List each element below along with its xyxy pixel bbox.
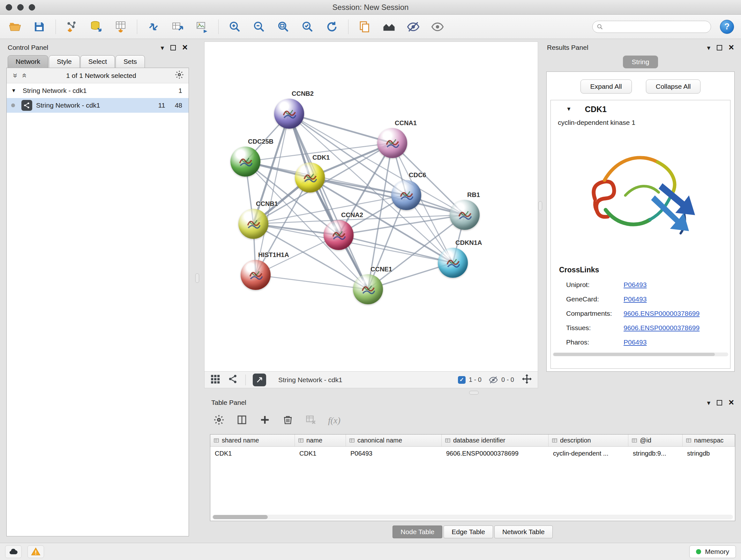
node-CCNE1[interactable] <box>353 274 383 304</box>
show-details-button[interactable] <box>429 18 446 35</box>
save-session-button[interactable] <box>31 18 47 35</box>
tab-edge-table[interactable]: Edge Table <box>444 525 493 538</box>
zoom-fit-button[interactable] <box>275 18 291 35</box>
expand-all-button[interactable]: Expand All <box>581 79 632 94</box>
cloud-icon[interactable] <box>5 545 22 558</box>
node-CDC6[interactable] <box>391 180 421 210</box>
node-label-HIST1H1A: HIST1H1A <box>258 251 289 259</box>
help-button[interactable]: ? <box>720 20 734 34</box>
crosslink-link[interactable]: P06493 <box>623 295 647 303</box>
add-column-icon[interactable] <box>259 414 271 427</box>
tab-network-table[interactable]: Network Table <box>494 525 553 538</box>
node-HIST1H1A[interactable] <box>241 260 271 290</box>
table-row[interactable]: CDK1CDK1P064939606.ENSP00000378699cyclin… <box>210 447 735 460</box>
node-CCNA2[interactable] <box>324 220 354 250</box>
collapse-panel-icon[interactable]: ▾ <box>707 399 711 406</box>
column-header-label: description <box>560 437 591 444</box>
results-scrollbar[interactable] <box>553 353 728 356</box>
collapse-all-button[interactable]: Collapse All <box>646 79 701 94</box>
network-options-gear-icon[interactable] <box>175 70 184 81</box>
vertical-splitter-handle[interactable] <box>538 201 542 211</box>
horizontal-splitter-handle[interactable] <box>469 391 479 395</box>
close-panel-icon[interactable]: × <box>729 44 734 51</box>
column-header-namespac[interactable]: namespac <box>683 435 735 446</box>
collection-caret-icon[interactable]: ▼ <box>11 88 19 94</box>
close-window-button[interactable] <box>6 4 12 10</box>
tab-sets[interactable]: Sets <box>116 55 145 68</box>
node-CDC25B[interactable] <box>230 146 260 177</box>
section-caret-icon[interactable]: ▼ <box>566 106 571 112</box>
column-header-database-identifier[interactable]: database identifier <box>442 435 549 446</box>
tab-node-table[interactable]: Node Table <box>393 525 442 538</box>
hide-details-button[interactable] <box>405 18 421 35</box>
minimize-window-button[interactable] <box>17 4 23 10</box>
export-table-button[interactable] <box>170 18 186 35</box>
crosslink-link[interactable]: 9606.ENSP00000378699 <box>623 324 699 332</box>
column-header-canonical-name[interactable]: canonical name <box>346 435 442 446</box>
network-row[interactable]: String Network - cdk1 11 48 <box>7 98 189 113</box>
float-panel-icon[interactable] <box>717 400 722 406</box>
float-panel-icon[interactable] <box>717 45 722 51</box>
warning-icon[interactable] <box>27 545 44 558</box>
column-header--id[interactable]: @id <box>628 435 683 446</box>
float-panel-icon[interactable] <box>171 45 176 51</box>
detach-view-button[interactable] <box>253 374 266 386</box>
delete-column-icon[interactable] <box>282 414 293 427</box>
toolbar-search-field[interactable] <box>592 21 711 33</box>
close-panel-icon[interactable]: × <box>182 44 188 51</box>
crosslink-link[interactable]: P06493 <box>623 281 647 289</box>
vertical-splitter-handle[interactable] <box>195 273 199 283</box>
collapse-panel-icon[interactable]: ▾ <box>707 44 711 51</box>
current-network-name: String Network - cdk1 <box>278 376 342 384</box>
document-export-button[interactable] <box>357 18 373 35</box>
refresh-view-button[interactable] <box>324 18 340 35</box>
function-builder-icon: f(x) <box>328 415 340 426</box>
expand-all-icon[interactable]: » <box>19 71 28 80</box>
search-input[interactable] <box>606 23 707 30</box>
import-network-file-button[interactable] <box>64 18 80 35</box>
node-CCNB1[interactable] <box>239 209 268 239</box>
maximize-window-button[interactable] <box>29 4 35 10</box>
open-session-button[interactable] <box>7 18 23 35</box>
tab-select[interactable]: Select <box>80 55 115 68</box>
collapse-panel-icon[interactable]: ▾ <box>161 44 164 51</box>
memory-label: Memory <box>705 548 729 556</box>
column-header-name[interactable]: name <box>295 435 346 446</box>
tab-string[interactable]: String <box>623 56 658 68</box>
tab-style[interactable]: Style <box>49 55 80 68</box>
table-settings-gear-icon[interactable] <box>213 414 225 427</box>
selected-checkbox-icon[interactable]: ✓ <box>458 376 466 384</box>
crosslinks-list: Uniprot:P06493GeneCard:P06493Compartment… <box>551 277 730 349</box>
zoom-out-button[interactable] <box>251 18 267 35</box>
table-body: CDK1CDK1P064939606.ENSP00000378699cyclin… <box>210 447 735 460</box>
column-header-shared-name[interactable]: shared name <box>210 435 295 446</box>
show-columns-icon[interactable] <box>236 414 248 427</box>
network-canvas[interactable]: CCNB2CCNA1CDC25BCDK1CDC6RB1CCNB1CCNA2CDK… <box>205 42 538 371</box>
table-horizontal-scrollbar[interactable] <box>212 515 733 519</box>
close-panel-icon[interactable]: × <box>729 399 734 406</box>
export-image-button[interactable] <box>194 18 210 35</box>
node-RB1[interactable] <box>450 200 480 230</box>
column-header-description[interactable]: description <box>549 435 628 446</box>
memory-button[interactable]: Memory <box>689 545 736 558</box>
import-table-button[interactable] <box>113 18 129 35</box>
network-list-icon[interactable] <box>227 374 239 386</box>
import-network-database-button[interactable] <box>88 18 105 35</box>
crosslink-link[interactable]: P06493 <box>623 338 647 346</box>
export-network-button[interactable] <box>145 18 161 35</box>
tab-network[interactable]: Network <box>8 55 48 68</box>
network-collection-row[interactable]: ▼ String Network - cdk1 1 <box>7 83 189 98</box>
protein-section-header[interactable]: ▼ CDK1 <box>551 100 730 118</box>
node-CDKN1A[interactable] <box>438 248 468 278</box>
node-CCNA1[interactable] <box>377 128 407 158</box>
collapse-all-icon[interactable]: » <box>11 71 20 80</box>
zoom-selected-button[interactable] <box>300 18 316 35</box>
crosslink-link[interactable]: 9606.ENSP00000378699 <box>623 310 699 317</box>
zoom-in-button[interactable] <box>227 18 243 35</box>
grid-view-icon[interactable] <box>210 374 220 386</box>
node-CDK1[interactable] <box>295 163 325 192</box>
home-button[interactable] <box>381 18 397 35</box>
pan-mode-icon[interactable] <box>521 373 533 386</box>
toolbar-separator <box>218 19 219 34</box>
node-CCNB2[interactable] <box>274 99 304 129</box>
